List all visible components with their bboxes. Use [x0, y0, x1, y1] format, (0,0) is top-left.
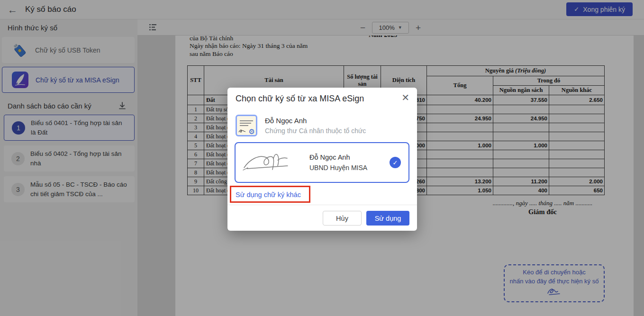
- signature-select-modal: Chọn chữ ký số từ xa MISA eSign ✕ ⚙ Đỗ N…: [227, 88, 417, 231]
- modal-title: Chọn chữ ký số từ xa MISA eSign: [236, 94, 364, 104]
- signature-image: [241, 147, 297, 178]
- signature-org: UBND Huyện MISA: [309, 164, 390, 172]
- certificate-row: ⚙ Đỗ Ngọc Anh Chứng thư Cá nhân thuộc tổ…: [236, 115, 366, 136]
- selected-check-icon: ✓: [390, 157, 401, 168]
- close-icon[interactable]: ✕: [401, 93, 409, 102]
- use-other-signature-link[interactable]: Sử dụng chữ ký khác: [236, 191, 301, 199]
- certificate-owner-name: Đỗ Ngọc Anh: [265, 117, 366, 125]
- certificate-type: Chứng thư Cá nhân thuộc tổ chức: [265, 127, 366, 135]
- cancel-button[interactable]: Hủy: [323, 211, 362, 226]
- use-button[interactable]: Sử dụng: [366, 211, 409, 226]
- gear-icon: ⚙: [249, 128, 255, 135]
- modal-divider: [227, 205, 417, 205]
- signature-option-card[interactable]: Đỗ Ngọc Anh UBND Huyện MISA ✓: [235, 142, 409, 183]
- signature-owner-name: Đỗ Ngọc Anh: [309, 153, 390, 161]
- app-window: ← Ký số báo cáo ✓ Xong phiên ký Hình thứ…: [0, 0, 644, 316]
- certificate-icon: ⚙: [236, 115, 257, 136]
